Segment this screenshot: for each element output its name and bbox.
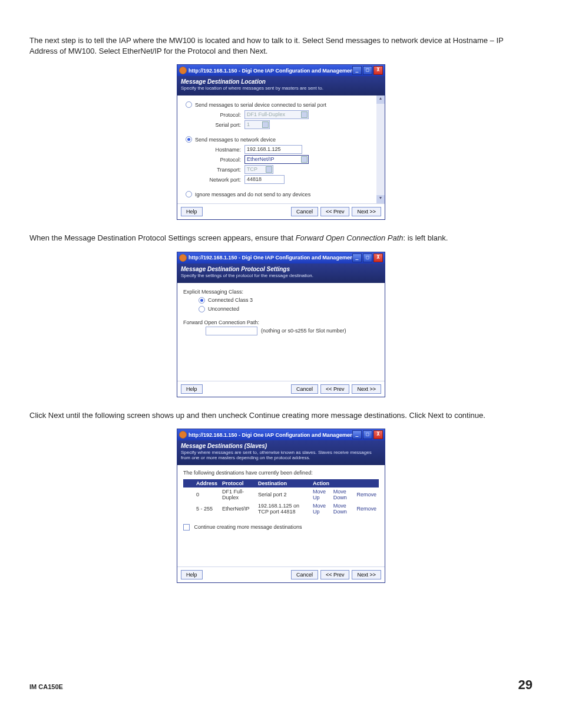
mid-paragraph-2: Click Next until the following screen sh…	[29, 410, 533, 421]
minimize-button[interactable]: _	[352, 430, 362, 439]
dialog-subtitle: Specify the settings of the protocol for…	[181, 273, 381, 278]
table-row: 0 DF1 Full-Duplex Serial port 2 Move Up …	[183, 487, 379, 502]
window-titlebar: http://192.168.1.150 - Digi One IAP Conf…	[177, 65, 385, 76]
minimize-button[interactable]: _	[352, 66, 362, 75]
help-button[interactable]: Help	[181, 384, 203, 394]
minimize-button[interactable]: _	[352, 253, 362, 262]
radio-serial-device[interactable]	[186, 101, 192, 108]
continue-creating-checkbox[interactable]	[183, 524, 190, 531]
col-address: Address	[194, 479, 220, 487]
radio-unconnected[interactable]	[199, 306, 205, 312]
window-title: http://192.168.1.150 - Digi One IAP Conf…	[189, 432, 352, 438]
serial-protocol-select[interactable]: DF1 Full-Duplex	[244, 110, 309, 119]
opt-serial-label: Send messages to serial device connected…	[195, 102, 326, 108]
label-protocol-net: Protocol:	[206, 157, 241, 163]
maximize-button[interactable]: □	[363, 253, 372, 262]
maximize-button[interactable]: □	[363, 66, 372, 75]
network-protocol-select[interactable]: EtherNet/IP	[244, 155, 309, 164]
label-transport: Transport:	[206, 167, 241, 173]
close-button[interactable]: X	[373, 253, 383, 262]
cancel-button[interactable]: Cancel	[291, 570, 318, 579]
window-titlebar: http://192.168.1.150 - Digi One IAP Conf…	[177, 429, 385, 440]
serial-port-select[interactable]: 1	[244, 120, 270, 129]
col-action: Action	[310, 479, 379, 487]
opt-unconnected-label: Unconnected	[208, 306, 239, 312]
col-protocol: Protocol	[220, 479, 256, 487]
next-button[interactable]: Next >>	[352, 570, 381, 579]
label-protocol: Protocol:	[206, 112, 241, 118]
dialog-subtitle: Specify the location of where messages s…	[181, 85, 381, 91]
window-title: http://192.168.1.150 - Digi One IAP Conf…	[189, 255, 352, 261]
focp-field[interactable]	[206, 327, 257, 335]
table-row: 5 - 255 EtherNet/IP 192.168.1.125 on TCP…	[183, 502, 379, 516]
dialog-title: Message Destination Protocol Settings	[181, 266, 381, 272]
close-button[interactable]: X	[373, 66, 383, 75]
radio-ignore-messages[interactable]	[186, 191, 192, 197]
move-down-link[interactable]: Move Down	[331, 502, 355, 516]
label-emc: Explicit Messaging Class:	[183, 289, 379, 295]
opt-class3-label: Connected Class 3	[208, 297, 253, 303]
move-down-link[interactable]: Move Down	[331, 487, 355, 502]
dialog-subtitle: Specify where messages are sent to, othe…	[181, 450, 381, 460]
window-titlebar: http://192.168.1.150 - Digi One IAP Conf…	[177, 252, 385, 263]
remove-link[interactable]: Remove	[354, 487, 379, 502]
dialog-protocol-settings: http://192.168.1.150 - Digi One IAP Conf…	[177, 252, 385, 397]
focp-hint: (nothing or s0-s255 for Slot number)	[261, 328, 346, 334]
label-hostname: Hostname:	[206, 147, 241, 153]
label-focp: Forward Open Connection Path:	[183, 319, 379, 325]
dialog-title: Message Destination Location	[181, 78, 381, 85]
network-port-field[interactable]: 44818	[244, 175, 285, 184]
prev-button[interactable]: << Prev	[320, 384, 350, 394]
close-button[interactable]: X	[373, 430, 383, 439]
transport-select[interactable]: TCP	[244, 165, 273, 174]
dialog-title: Message Destinations (Slaves)	[181, 443, 381, 449]
prev-button[interactable]: << Prev	[320, 207, 350, 216]
firefox-icon	[179, 254, 187, 262]
destinations-table: Address Protocol Destination Action 0 DF…	[183, 479, 379, 516]
window-title: http://192.168.1.150 - Digi One IAP Conf…	[189, 68, 352, 74]
move-up-link[interactable]: Move Up	[310, 502, 331, 516]
mid-paragraph-1: When the Message Destination Protocol Se…	[29, 233, 533, 243]
intro-paragraph: The next step is to tell the IAP where t…	[29, 35, 533, 56]
help-button[interactable]: Help	[181, 207, 203, 216]
continue-creating-label: Continue creating more message destinati…	[194, 524, 302, 530]
move-up-link[interactable]: Move Up	[310, 487, 331, 502]
cancel-button[interactable]: Cancel	[291, 384, 318, 394]
hostname-field[interactable]: 192.168.1.125	[244, 145, 302, 154]
scroll-down-icon[interactable]: ▾	[376, 195, 385, 203]
col-destination: Destination	[256, 479, 310, 487]
opt-network-label: Send messages to network device	[195, 137, 276, 143]
next-button[interactable]: Next >>	[352, 207, 381, 216]
opt-ignore-label: Ignore messages and do not send to any d…	[195, 192, 310, 197]
remove-link[interactable]: Remove	[354, 502, 379, 516]
scroll-up-icon[interactable]: ▴	[376, 95, 385, 104]
firefox-icon	[179, 431, 187, 439]
label-network-port: Network port:	[206, 177, 241, 183]
maximize-button[interactable]: □	[363, 430, 372, 439]
label-serial-port: Serial port:	[206, 122, 241, 128]
page-number: 29	[518, 677, 533, 693]
dialog-destination-location: http://192.168.1.150 - Digi One IAP Conf…	[177, 64, 385, 220]
next-button[interactable]: Next >>	[352, 384, 381, 394]
radio-connected-class3[interactable]	[199, 297, 205, 304]
firefox-icon	[179, 67, 187, 74]
radio-network-device[interactable]	[186, 136, 192, 143]
cancel-button[interactable]: Cancel	[291, 207, 318, 216]
prev-button[interactable]: << Prev	[320, 570, 350, 579]
dialog-message-destinations: http://192.168.1.150 - Digi One IAP Conf…	[177, 429, 385, 583]
doc-id: IM CA150E	[29, 683, 63, 690]
lead-text: The following destinations have currentl…	[183, 470, 379, 476]
help-button[interactable]: Help	[181, 570, 203, 579]
